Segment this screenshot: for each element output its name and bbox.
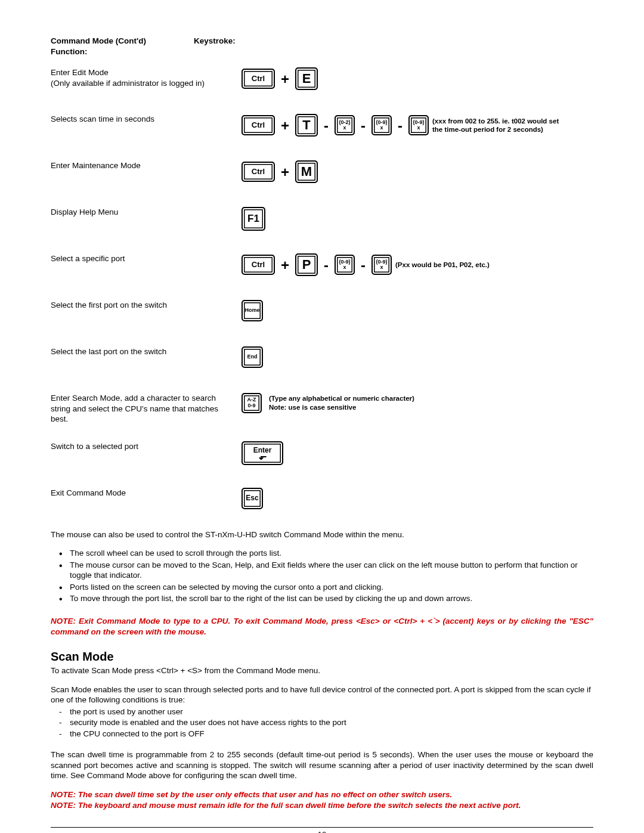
func-exit: Exit Command Mode <box>51 488 242 498</box>
list-item: the port is used by another user <box>51 707 593 717</box>
key-home: Home <box>242 300 263 321</box>
list-item: Ports listed on the screen can be select… <box>51 582 593 593</box>
func-selport: Select a specific port <box>51 253 242 264</box>
key-digit-0-9: (0-9)x <box>371 115 392 135</box>
heading-scan-mode: Scan Mode <box>51 649 593 664</box>
key-esc: Esc <box>242 488 263 509</box>
scan-skip-conditions: the port is used by another user securit… <box>51 707 593 739</box>
page-number: 12 <box>51 830 593 833</box>
list-item: security mode is enabled and the user do… <box>51 717 593 728</box>
key-ctrl: Ctrl <box>242 115 275 135</box>
key-digit-0-9: (0-9)x <box>335 255 355 275</box>
key-alphanumeric: A-Z0-9 <box>242 393 262 413</box>
key-digit-0-2: (0-2)x <box>335 115 355 135</box>
func-search: Enter Search Mode, add a character to se… <box>51 393 242 425</box>
key-p: P <box>295 253 318 276</box>
plus-icon: + <box>278 256 292 274</box>
dash-icon: - <box>358 116 368 135</box>
list-item: The mouse cursor can be moved to the Sca… <box>51 560 593 581</box>
note-dwell-idle: NOTE: The keyboard and mouse must remain… <box>51 800 593 811</box>
note-exit-command: NOTE: Exit Command Mode to type to a CPU… <box>51 616 593 637</box>
key-e: E <box>295 67 318 90</box>
list-item: The scroll wheel can be used to scroll t… <box>51 548 593 559</box>
func-help: Display Help Menu <box>51 207 242 218</box>
func-edit-sub: (Only available if administrator is logg… <box>51 79 205 88</box>
enter-arrow-icon: ⬐ <box>259 454 267 460</box>
dash-icon: - <box>395 116 405 135</box>
scan-p2: Scan Mode enables the user to scan throu… <box>51 685 593 705</box>
mouse-bullet-list: The scroll wheel can be used to scroll t… <box>51 548 593 604</box>
section-title: Command Mode (Cont'd) <box>51 36 194 47</box>
note-search-2: Note: use is case sensitive <box>269 404 356 411</box>
key-t: T <box>295 114 318 137</box>
list-item: the CPU connected to the port is OFF <box>51 729 593 739</box>
key-enter: Enter ⬐ <box>242 441 283 465</box>
note-search-1: (Type any alphabetical or numeric charac… <box>269 395 414 402</box>
key-ctrl: Ctrl <box>242 255 275 275</box>
func-maint: Enter Maintenance Mode <box>51 160 242 171</box>
func-first: Select the first port on the switch <box>51 300 242 311</box>
note-selport: (Pxx would be P01, P02, etc.) <box>395 261 490 269</box>
func-edit: Enter Edit Mode <box>51 68 109 77</box>
list-item: To move through the port list, the scrol… <box>51 593 593 604</box>
scan-p3: The scan dwell time is programmable from… <box>51 750 593 781</box>
func-last: Select the last port on the switch <box>51 346 242 357</box>
column-function: Function: <box>51 47 194 57</box>
column-keystroke: Keystroke: <box>194 36 236 57</box>
note-dwell-user: NOTE: The scan dwell time set by the use… <box>51 789 593 800</box>
key-m: M <box>295 160 318 183</box>
plus-icon: + <box>278 116 292 135</box>
key-end: End <box>242 346 263 368</box>
dash-icon: - <box>321 116 331 135</box>
key-ctrl: Ctrl <box>242 69 275 89</box>
dash-icon: - <box>321 256 331 274</box>
key-digit-0-9: (0-9)x <box>408 115 429 135</box>
key-f1: F1 <box>242 207 265 231</box>
func-switch: Switch to a selected port <box>51 441 242 452</box>
mouse-intro: The mouse can also be used to control th… <box>51 529 593 540</box>
divider <box>51 827 593 828</box>
plus-icon: + <box>278 70 292 88</box>
plus-icon: + <box>278 163 292 181</box>
key-digit-0-9: (0-9)x <box>371 255 392 275</box>
key-ctrl: Ctrl <box>242 162 275 182</box>
scan-p1: To activate Scan Mode press <Ctrl> + <S>… <box>51 665 593 676</box>
note-scantime: (xxx from 002 to 255. ie. t002 would set… <box>432 117 564 134</box>
func-scantime: Selects scan time in seconds <box>51 114 242 125</box>
dash-icon: - <box>358 256 368 274</box>
